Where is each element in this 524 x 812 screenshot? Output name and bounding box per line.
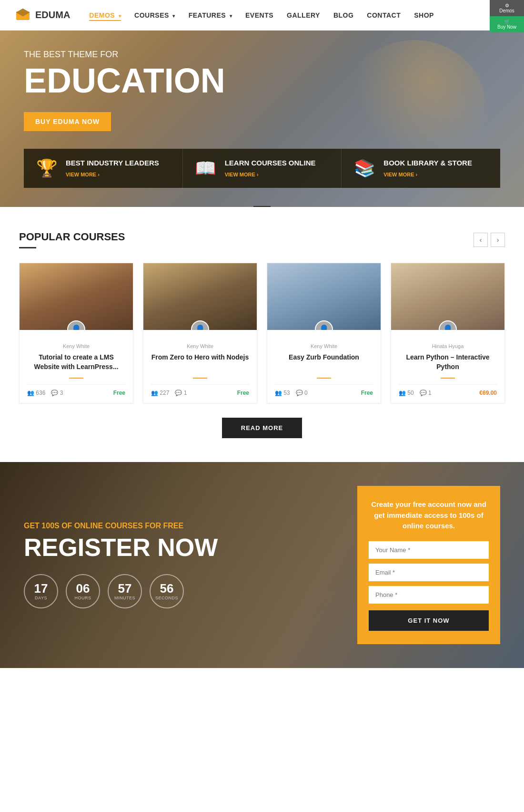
course-divider-3 [317,378,331,379]
name-input[interactable] [369,541,489,559]
author-avatar-4: 👤 [439,320,457,330]
get-it-now-button[interactable]: GET IT NOW [369,610,489,631]
course-image-2: 👤 [143,263,257,330]
course-card-4[interactable]: 👤 Hinata Hyuga Learn Python – Interactiv… [391,263,505,403]
countdown: 17 DAYS 06 HOURS 57 MINUTES 56 SECONDS [24,574,338,608]
feature-link-3[interactable]: VIEW MORE › [383,172,417,177]
countdown-days-label: DAYS [35,596,47,600]
countdown-seconds: 56 SECONDS [150,574,184,608]
feature-title-1: BEST INDUSTRY LEADERS [66,159,159,167]
course-image-3: 👤 [267,263,381,330]
nav-item-demos[interactable]: DEMOS ▾ [89,11,121,21]
gear-icon: ⚙ [505,3,509,8]
author-avatar-2: 👤 [191,320,209,330]
nav-item-features[interactable]: FEATURES ▾ [189,11,232,19]
students-icon-2: 👥 227 [151,390,169,396]
title-underline [19,247,36,248]
course-stats-1: 👥 636 💬 3 [27,390,63,396]
book-open-icon: 📖 [194,158,217,178]
popular-courses-section: POPULAR COURSES ‹ › 👤 Keny White Tutoria… [0,207,524,462]
demos-side-button[interactable]: ⚙ Demos [490,0,524,16]
email-input[interactable] [369,564,489,581]
feature-book-library: 📚 BOOK LIBRARY & STORE VIEW MORE › [342,149,500,188]
course-image-4: 👤 [391,263,504,330]
feature-industry-leaders: 🏆 BEST INDUSTRY LEADERS VIEW MORE › [24,149,183,188]
course-price-3: Free [361,390,373,396]
nav-item-blog[interactable]: BLOG [333,11,353,19]
course-divider-1 [69,378,83,379]
buy-eduma-button[interactable]: BUY EDUMA NOW [24,112,111,131]
course-divider-2 [193,378,207,379]
course-image-1: 👤 [20,263,133,330]
course-meta-2: 👥 227 💬 1 Free [151,384,249,396]
register-title: REGISTER NOW [24,535,338,560]
course-author-3: Keny White [275,343,373,349]
comments-icon-4: 💬 1 [420,390,432,396]
nav-item-contact[interactable]: CONTACT [367,11,401,19]
hero-subtitle: THE BEST THEME FOR [24,50,238,60]
countdown-hours-value: 06 [76,582,90,595]
register-pre-normal: GET 100S OF ONLINE [24,522,105,530]
course-divider-4 [441,378,455,379]
cart-icon: 🛒 [504,19,510,24]
hero-content: THE BEST THEME FOR EDUCATION BUY EDUMA N… [24,50,238,131]
author-avatar-3: 👤 [315,320,333,330]
countdown-hours-label: HOURS [74,596,91,600]
feature-text-1: BEST INDUSTRY LEADERS VIEW MORE › [66,159,159,178]
course-meta-1: 👥 636 💬 3 Free [27,384,125,396]
course-price-4: €69.00 [479,390,497,396]
feature-text-2: LEARN COURSES ONLINE VIEW MORE › [225,159,316,178]
nav-item-events[interactable]: EVENTS [245,11,273,19]
course-card-1[interactable]: 👤 Keny White Tutorial to create a LMS We… [19,263,133,403]
feature-title-2: LEARN COURSES ONLINE [225,159,316,167]
read-more-button[interactable]: READ MORE [222,418,302,438]
navbar: EDUMA DEMOS ▾ COURSES ▾ FEATURES ▾ EVENT… [0,0,524,31]
course-stats-4: 👥 50 💬 1 [399,390,432,396]
section-title-block: POPULAR COURSES [19,231,125,248]
feature-link-2[interactable]: VIEW MORE › [225,172,259,177]
course-meta-3: 👥 53 💬 0 Free [275,384,373,396]
course-price-1: Free [113,390,125,396]
register-pre-text: GET 100S OF ONLINE COURSES FOR FREE [24,522,338,530]
countdown-seconds-value: 56 [160,582,174,595]
logo-text: EDUMA [35,10,70,21]
course-stats-3: 👥 53 💬 0 [275,390,308,396]
phone-input[interactable] [369,586,489,604]
register-form-box: Create your free account now and get imm… [357,486,500,644]
author-avatar-1: 👤 [67,320,85,330]
carousel-controls: ‹ › [474,233,505,247]
feature-text-3: BOOK LIBRARY & STORE VIEW MORE › [383,159,472,178]
courses-grid: 👤 Keny White Tutorial to create a LMS We… [19,263,505,403]
course-title-2: From Zero to Hero with Nodejs [151,353,249,373]
nav-item-shop[interactable]: SHOP [414,11,434,19]
comments-icon-3: 💬 0 [296,390,308,396]
carousel-prev-button[interactable]: ‹ [474,233,488,247]
demos-label: Demos [499,8,514,13]
scroll-down-icon[interactable]: ▾ [253,206,271,207]
buy-label: Buy Now [497,24,516,30]
countdown-days-value: 17 [34,582,48,595]
comments-icon-2: 💬 1 [175,390,187,396]
course-price-2: Free [237,390,249,396]
section-title: POPULAR COURSES [19,231,125,243]
countdown-minutes-label: MINUTES [114,596,135,600]
course-title-3: Easy Zurb Foundation [275,353,373,373]
course-body-4: Hinata Hyuga Learn Python – Interactive … [391,330,504,403]
section-header: POPULAR COURSES ‹ › [19,231,505,248]
nav-item-courses[interactable]: COURSES ▾ [134,11,175,19]
countdown-seconds-label: SECONDS [155,596,178,600]
countdown-minutes-value: 57 [118,582,132,595]
nav-item-gallery[interactable]: GALLERY [287,11,320,19]
course-title-1: Tutorial to create a LMS Website with Le… [27,353,125,373]
course-card-3[interactable]: 👤 Keny White Easy Zurb Foundation 👥 53 💬… [267,263,381,403]
logo[interactable]: EDUMA [14,7,70,24]
course-body-2: Keny White From Zero to Hero with Nodejs… [143,330,257,403]
buy-now-side-button[interactable]: 🛒 Buy Now [490,16,524,32]
carousel-next-button[interactable]: › [491,233,505,247]
course-card-2[interactable]: 👤 Keny White From Zero to Hero with Node… [143,263,257,403]
hero-features-bar: 🏆 BEST INDUSTRY LEADERS VIEW MORE › 📖 LE… [24,149,500,188]
award-icon: 🏆 [35,158,58,178]
feature-link-1[interactable]: VIEW MORE › [66,172,100,177]
course-author-4: Hinata Hyuga [399,343,497,349]
course-author-2: Keny White [151,343,249,349]
